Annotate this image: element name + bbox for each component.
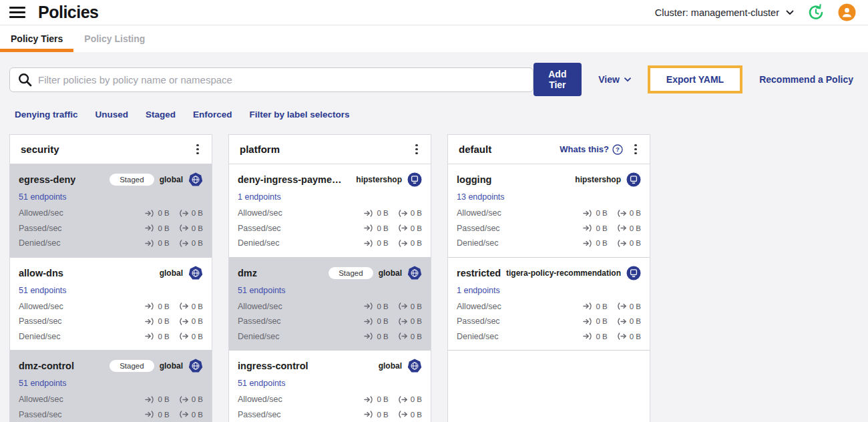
policy-search-box[interactable] [9, 67, 533, 92]
staged-badge: Staged [110, 360, 154, 372]
namespace-icon [407, 172, 422, 187]
metric-row: Passed/sec 0 B 0 B [19, 314, 203, 329]
ingress-traffic-icon [145, 224, 155, 232]
metric-value: 0 B [630, 239, 641, 247]
tier-menu-kebab-icon[interactable] [190, 142, 205, 158]
policy-card-dmz[interactable]: dmzStagedglobal 51 endpointsAllowed/sec … [229, 258, 431, 351]
policy-name[interactable]: dmz [238, 268, 257, 278]
metric-row: Denied/sec 0 B 0 B [238, 329, 422, 345]
policy-card-logging[interactable]: logginghipstershop 13 endpointsAllowed/s… [448, 164, 650, 258]
policy-name[interactable]: dmz-control [19, 361, 74, 371]
ingress-traffic-icon [583, 240, 593, 247]
policy-name[interactable]: restricted [457, 268, 501, 278]
metric-row: Passed/sec 0 B 0 B [457, 314, 641, 329]
endpoints-link[interactable]: 51 endpoints [238, 286, 422, 295]
tier-column-default: defaultWhats this? ?logginghipstershop 1… [447, 134, 650, 422]
metric-label: Denied/sec [238, 238, 280, 248]
policy-search-input[interactable] [38, 74, 525, 85]
user-avatar[interactable] [838, 3, 856, 21]
filter-by-label-selectors[interactable]: Filter by label selectors [250, 110, 350, 120]
metric-value: 0 B [596, 209, 607, 217]
filter-denying-traffic[interactable]: Denying traffic [15, 110, 78, 120]
metric-label: Allowed/sec [457, 302, 501, 311]
chevron-down-icon [624, 77, 631, 82]
ingress-traffic-icon [145, 411, 155, 418]
tab-policy-tiers[interactable]: Policy Tiers [0, 25, 73, 52]
ingress-metric: 0 B [364, 302, 388, 310]
filter-staged[interactable]: Staged [146, 110, 176, 120]
egress-metric: 0 B [398, 411, 422, 419]
filter-row: Denying traffic Unused Staged Enforced F… [15, 110, 868, 120]
egress-metric: 0 B [179, 333, 203, 341]
tab-bar: Policy Tiers Policy Listing [0, 25, 868, 52]
metric-label: Passed/sec [457, 316, 500, 326]
egress-metric: 0 B [179, 302, 203, 310]
policy-card-deny-ingress-paymentservi[interactable]: deny-ingress-paymentservi…hipstershop 1 … [229, 164, 431, 258]
view-dropdown[interactable]: View [598, 74, 631, 85]
metric-label: Denied/sec [457, 238, 499, 248]
tier-menu-kebab-icon[interactable] [628, 142, 643, 158]
egress-metric: 0 B [617, 209, 641, 217]
policy-scope-label: tigera-policy-recommendation [506, 268, 621, 278]
recommend-policy-button[interactable]: Recommend a Policy [759, 74, 853, 85]
add-tier-button[interactable]: Add Tier [533, 63, 582, 96]
metric-value: 0 B [411, 395, 422, 403]
metric-value: 0 B [192, 209, 203, 217]
policy-name[interactable]: deny-ingress-paymentservi… [238, 174, 345, 185]
policy-name[interactable]: allow-dns [19, 268, 63, 278]
endpoints-link[interactable]: 13 endpoints [457, 192, 641, 202]
endpoints-link[interactable]: 1 endpoints [238, 192, 422, 202]
metric-row: Denied/sec 0 B 0 B [457, 329, 641, 345]
metric-value: 0 B [630, 317, 641, 325]
policy-card-ingress-control[interactable]: ingress-controlglobal 51 endpointsAllowe… [229, 351, 431, 422]
metric-value: 0 B [158, 333, 169, 341]
metric-value: 0 B [411, 333, 422, 341]
metric-value: 0 B [377, 302, 388, 310]
endpoints-link[interactable]: 51 endpoints [19, 379, 203, 388]
egress-traffic-icon [179, 411, 189, 418]
endpoints-link[interactable]: 51 endpoints [19, 286, 203, 295]
ingress-metric: 0 B [145, 209, 169, 217]
metric-row: Passed/sec 0 B 0 B [457, 221, 641, 236]
ingress-metric: 0 B [583, 317, 607, 325]
policy-card-allow-dns[interactable]: allow-dnsglobal 51 endpointsAllowed/sec … [10, 258, 212, 351]
policy-scope-label: global [160, 175, 183, 184]
filter-unused[interactable]: Unused [95, 110, 129, 120]
ingress-traffic-icon [583, 318, 593, 325]
metric-row: Passed/sec 0 B 0 B [238, 314, 422, 329]
endpoints-link[interactable]: 1 endpoints [457, 286, 641, 295]
egress-traffic-icon [617, 240, 627, 247]
ingress-traffic-icon [145, 302, 155, 310]
ingress-metric: 0 B [364, 317, 388, 325]
egress-traffic-icon [398, 210, 408, 217]
export-yaml-button[interactable]: Export YAML [648, 65, 742, 93]
egress-traffic-icon [617, 224, 627, 232]
global-globe-icon [188, 266, 203, 280]
egress-traffic-icon [617, 302, 627, 310]
ingress-traffic-icon [364, 396, 374, 403]
tier-menu-kebab-icon[interactable] [409, 142, 424, 158]
endpoints-link[interactable]: 51 endpoints [238, 379, 422, 388]
whats-this-link[interactable]: Whats this? ? [560, 144, 623, 155]
ingress-traffic-icon [583, 224, 593, 232]
egress-traffic-icon [398, 302, 408, 310]
policy-card-egress-deny[interactable]: egress-denyStagedglobal 51 endpointsAllo… [10, 164, 212, 258]
metric-value: 0 B [411, 317, 422, 325]
hamburger-menu-icon[interactable] [9, 7, 25, 18]
ingress-traffic-icon [583, 210, 593, 217]
endpoints-link[interactable]: 51 endpoints [19, 192, 203, 202]
metric-label: Denied/sec [19, 238, 61, 248]
filter-enforced[interactable]: Enforced [193, 110, 232, 120]
policy-card-dmz-control[interactable]: dmz-controlStagedglobal 51 endpointsAllo… [10, 351, 212, 422]
cluster-selector[interactable]: Cluster: management-cluster [655, 7, 794, 18]
policy-name[interactable]: egress-deny [19, 174, 75, 185]
policy-card-restricted[interactable]: restrictedtigera-policy-recommendation 1… [448, 258, 650, 351]
egress-traffic-icon [179, 302, 189, 310]
policy-name[interactable]: ingress-control [238, 361, 308, 371]
metric-row: Passed/sec 0 B 0 B [238, 407, 422, 422]
history-button[interactable] [807, 4, 825, 21]
ingress-traffic-icon [145, 396, 155, 403]
policy-name[interactable]: logging [457, 174, 491, 185]
tab-policy-listing[interactable]: Policy Listing [73, 25, 156, 52]
ingress-metric: 0 B [145, 302, 169, 310]
